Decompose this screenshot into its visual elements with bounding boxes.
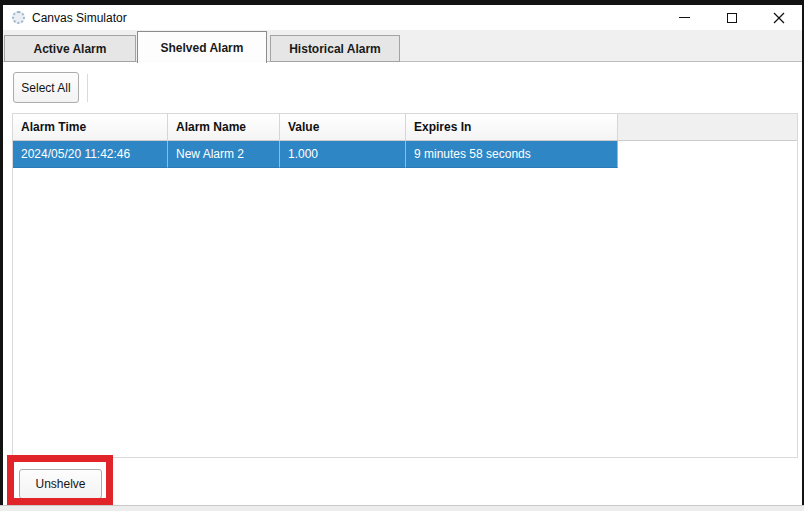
maximize-button[interactable] [716,5,747,30]
tab-active-alarm[interactable]: Active Alarm [4,35,136,62]
app-window: Canvas Simulator Active Alarm Shel [3,5,802,505]
column-header-filler [618,114,797,141]
table-header-row: Alarm Time Alarm Name Value Expires In [13,114,797,141]
close-button[interactable] [763,5,794,30]
shelved-alarm-table: Alarm Time Alarm Name Value Expires In 2… [12,113,798,458]
cell-alarm-name: New Alarm 2 [168,141,280,168]
toolbar-separator [87,74,88,102]
minimize-button[interactable] [669,5,700,30]
window-controls [669,5,794,30]
window-bottom-edge [0,505,804,511]
column-header-alarm-time[interactable]: Alarm Time [13,114,168,141]
column-header-expires-in[interactable]: Expires In [406,114,618,141]
title-bar: Canvas Simulator [3,5,802,30]
cell-expires-in: 9 minutes 58 seconds [406,141,618,168]
tab-shelved-alarm[interactable]: Shelved Alarm [137,31,267,63]
minimize-icon [679,17,690,18]
column-header-value[interactable]: Value [280,114,406,141]
unshelve-button[interactable]: Unshelve [19,469,102,499]
table-row-selected[interactable]: 2024/05/20 11:42:46 New Alarm 2 1.000 9 … [13,141,797,168]
cell-value: 1.000 [280,141,406,168]
close-icon [773,12,785,24]
window-title: Canvas Simulator [32,11,127,25]
cell-alarm-time: 2024/05/20 11:42:46 [13,141,168,168]
tab-bar: Active Alarm Shelved Alarm Historical Al… [3,30,802,62]
app-icon [12,11,25,24]
select-all-button[interactable]: Select All [13,72,79,103]
desktop-background: Canvas Simulator Active Alarm Shel [0,0,804,511]
column-header-alarm-name[interactable]: Alarm Name [168,114,280,141]
maximize-icon [727,13,737,23]
tab-historical-alarm[interactable]: Historical Alarm [270,35,400,62]
